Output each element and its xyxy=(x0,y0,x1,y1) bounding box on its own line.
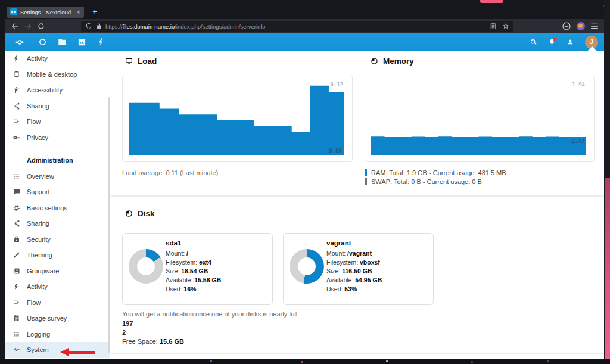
sidebar-item-label: Support xyxy=(27,188,50,195)
settings-page: Activity Mobile & desktop Accessibility … xyxy=(5,51,604,359)
accessibility-icon xyxy=(13,86,20,94)
disk-usage-donut xyxy=(290,249,324,284)
sidebar-item-label: Groupware xyxy=(27,267,59,275)
load-chart xyxy=(129,81,344,155)
sidebar-item-overview[interactable]: Overview xyxy=(5,169,110,185)
bookmark-star-icon[interactable] xyxy=(502,23,509,30)
memory-section-title: Memory xyxy=(371,57,414,66)
sidebar-item-basic-settings[interactable]: Basic settings xyxy=(5,200,110,216)
browser-tab[interactable]: Settings - Nextcloud × xyxy=(7,7,84,18)
disk-info-row: Size: 18.54 GB xyxy=(166,267,272,276)
sidebar-scrollbar[interactable] xyxy=(108,97,110,353)
disk-card-sda1: sda1 Mount: /Filesystem: ext4Size: 18.54… xyxy=(122,233,273,305)
memory-chart-card: 1.94 0.47 xyxy=(365,76,595,162)
sidebar-item-mobile-desktop[interactable]: Mobile & desktop xyxy=(5,67,110,83)
search-button[interactable] xyxy=(530,38,537,46)
disk-stat-1: 197 xyxy=(122,320,133,327)
clipboard-icon xyxy=(13,315,20,322)
disk-info-row: Mount: / xyxy=(166,249,272,258)
sidebar-item-sharing[interactable]: Sharing xyxy=(5,216,110,232)
wallpaper-fleck xyxy=(480,0,503,3)
url-bar[interactable]: https://files.domain-name.io/index.php/s… xyxy=(81,21,513,32)
app-photos[interactable] xyxy=(77,38,86,46)
flow-icon xyxy=(13,299,20,306)
disk-card-title: vagrant xyxy=(326,239,433,247)
sidebar-item-flow[interactable]: Flow xyxy=(5,114,110,130)
pie-icon xyxy=(125,210,133,217)
serverinfo-content: Load 0.12 0.00 Load average: 0.11 (Last … xyxy=(110,51,604,359)
load-chart-card: 0.12 0.00 xyxy=(122,76,353,162)
free-space: Free Space: 15.6 GB xyxy=(122,338,184,345)
sidebar-item-security[interactable]: Security xyxy=(5,232,110,248)
desktop-background: Settings - Nextcloud × + https://files.d… xyxy=(0,0,610,364)
sidebar-item-label: Sharing xyxy=(27,102,49,110)
admin-section-heading: Administration xyxy=(5,153,110,169)
sidebar-item-label: Overview xyxy=(27,173,54,180)
sidebar-item-activity[interactable]: Activity xyxy=(5,279,110,295)
disk-info-row: Filesystem: ext4 xyxy=(166,258,272,267)
lock-icon xyxy=(13,236,20,243)
forward-button[interactable] xyxy=(23,21,33,32)
sidebar-item-label: Mobile & desktop xyxy=(27,71,77,78)
sidebar-item-sharing[interactable]: Sharing xyxy=(5,98,110,114)
sidebar-item-label: Usage survey xyxy=(27,315,67,322)
sidebar-item-theming[interactable]: Theming xyxy=(5,247,110,263)
sidebar-item-flow[interactable]: Flow xyxy=(5,295,110,311)
legend-text: RAM: Total: 1.9 GB - Current usage: 481.… xyxy=(371,169,506,176)
app-files[interactable] xyxy=(58,38,67,46)
back-button[interactable] xyxy=(10,21,20,32)
disk-info-row: Filesystem: vboxsf xyxy=(326,258,433,267)
pocket-icon[interactable] xyxy=(562,21,571,31)
sidebar-item-logging[interactable]: Logging xyxy=(5,326,110,343)
sidebar-item-privacy[interactable]: Privacy xyxy=(5,130,110,146)
sidebar-item-groupware[interactable]: Groupware xyxy=(5,263,110,279)
tab-close-icon[interactable]: × xyxy=(77,9,80,15)
notification-dot xyxy=(553,37,557,41)
new-tab-button[interactable]: + xyxy=(90,7,99,17)
sidebar-item-label: Flow xyxy=(27,118,41,125)
load-caption: Load average: 0.11 (Last minute) xyxy=(122,169,218,176)
extension-account-icon[interactable] xyxy=(577,22,585,30)
share-icon xyxy=(13,220,20,227)
disk-info-row: Used: 16% xyxy=(166,285,272,294)
contacts-button[interactable] xyxy=(567,38,574,46)
key-icon xyxy=(13,134,20,141)
app-activity[interactable] xyxy=(97,38,106,46)
disk-info-row: Available: 54.95 GB xyxy=(326,276,433,285)
sidebar-item-label: Security xyxy=(27,236,51,243)
section-divider xyxy=(111,195,604,197)
annotation-arrow xyxy=(68,351,95,354)
notifications-button[interactable] xyxy=(548,38,556,46)
sidebar-item-accessibility[interactable]: Accessibility xyxy=(5,82,110,98)
nextcloud-logo-icon[interactable] xyxy=(11,38,29,47)
sidebar-item-usage-survey[interactable]: Usage survey xyxy=(5,310,110,326)
reader-mode-icon[interactable] xyxy=(490,23,497,30)
shield-icon[interactable] xyxy=(85,23,92,30)
menu-button[interactable] xyxy=(590,21,599,31)
sidebar-item-label: Accessibility xyxy=(27,86,63,94)
pulse-icon xyxy=(13,346,20,353)
load-min-label: 0.00 xyxy=(329,148,342,154)
disk-info-row: Size: 116.50 GB xyxy=(326,267,433,276)
reload-button[interactable] xyxy=(36,21,46,32)
sidebar-item-system[interactable]: System xyxy=(5,342,110,358)
list-icon xyxy=(13,331,20,338)
disk-info-row: Available: 15.58 GB xyxy=(166,276,272,285)
sidebar-item-activity[interactable]: Activity xyxy=(5,51,110,67)
flow-icon xyxy=(13,118,20,125)
pie-icon xyxy=(371,57,378,65)
memory-usage-label: 0.47 xyxy=(571,138,584,144)
disk-info-row: Mount: /vagrant xyxy=(326,249,433,258)
list-icon xyxy=(13,173,20,180)
sidebar-item-label: Flow xyxy=(27,299,41,306)
sidebar-item-support[interactable]: Support xyxy=(5,184,110,200)
memory-max-label: 1.94 xyxy=(572,82,585,88)
app-dashboard[interactable] xyxy=(38,38,47,46)
settings-sidebar: Activity Mobile & desktop Accessibility … xyxy=(5,51,110,359)
legend-marker xyxy=(365,169,367,176)
disk-info-row: Used: 53% xyxy=(326,285,433,294)
lock-icon xyxy=(95,23,102,30)
comment-icon xyxy=(13,188,20,195)
legend-item: RAM: Total: 1.9 GB - Current usage: 481.… xyxy=(365,168,506,177)
contacts-icon xyxy=(567,38,574,46)
